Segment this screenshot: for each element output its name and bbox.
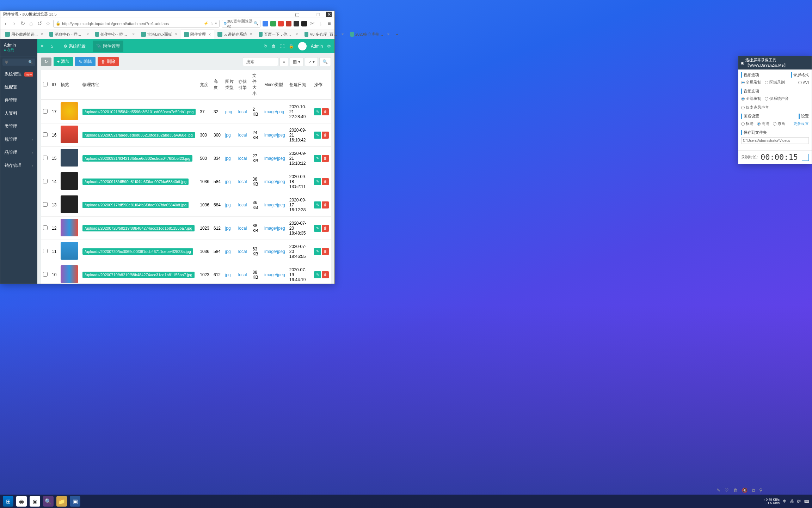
download-icon[interactable]: ↓ <box>318 20 324 27</box>
minimize-icon[interactable]: — <box>305 12 310 17</box>
search-icon[interactable]: 🔍 <box>254 21 259 26</box>
expand-icon[interactable]: ⛶ <box>280 44 284 49</box>
path-badge[interactable]: /uploads/20200917/df590e81f04fa6f0fae907… <box>82 202 189 208</box>
topbar-系统配置[interactable]: ⚙ 系统配置 <box>60 41 89 52</box>
sidebar-item[interactable]: 人资料 <box>0 107 37 120</box>
delete-row-button[interactable]: 🗑 <box>322 248 329 255</box>
sidebar-item[interactable]: 件管理 <box>0 94 37 107</box>
column-header[interactable]: 预览 <box>59 70 80 100</box>
row-checkbox[interactable] <box>43 249 48 253</box>
browser-tab[interactable]: 消息中心 - 哔哩哔哩...× <box>46 30 92 39</box>
avatar[interactable] <box>298 42 307 50</box>
back-icon[interactable]: ‹ <box>2 20 9 27</box>
record-button[interactable] <box>802 154 809 161</box>
ext-icon[interactable] <box>270 21 276 26</box>
column-header[interactable]: Mime类型 <box>262 70 287 100</box>
delete-row-button[interactable]: 🗑 <box>322 271 329 278</box>
type-link[interactable]: jpg <box>225 202 231 207</box>
column-header[interactable]: 物理路径 <box>80 70 198 100</box>
tray-icon[interactable]: ⌨ <box>804 500 809 503</box>
column-header[interactable]: 图片类型 <box>223 70 236 100</box>
browser-tab[interactable]: 宝塔Linux面板× <box>138 30 180 39</box>
thumbnail[interactable] <box>61 265 78 283</box>
mime-link[interactable]: image/jpeg <box>264 133 285 138</box>
ext-icon[interactable] <box>263 21 268 26</box>
ime-icon[interactable]: 拼 <box>797 499 801 504</box>
close-icon[interactable]: × <box>250 32 252 37</box>
start-button[interactable]: ⊞ <box>3 496 13 507</box>
opt-orig[interactable]: 原画 <box>773 121 785 126</box>
opt-sd[interactable]: 标清 <box>741 121 753 126</box>
opt-avi[interactable]: AVI <box>798 80 809 85</box>
close-icon[interactable]: × <box>41 32 43 37</box>
storage-link[interactable]: local <box>238 226 247 231</box>
delete-row-button[interactable]: 🗑 <box>322 132 329 139</box>
more-settings-link[interactable]: 更多设置 <box>793 121 809 126</box>
sidebar-item[interactable]: 品管理‹ <box>0 146 37 159</box>
close-icon[interactable]: × <box>387 32 390 37</box>
mime-link[interactable]: image/png <box>264 109 284 114</box>
delete-row-button[interactable]: 🗑 <box>322 178 329 185</box>
path-badge[interactable]: /uploads/20200918/df590e81f04fa6f0fae907… <box>82 179 189 185</box>
browser-tab[interactable]: 附件管理× <box>181 30 214 39</box>
ext-icon[interactable] <box>286 21 291 26</box>
close-icon[interactable]: ✕ <box>326 12 332 17</box>
footer-icon[interactable]: ⚲ <box>759 488 763 493</box>
chrome-icon[interactable]: ◉ <box>30 496 40 507</box>
star-icon[interactable]: ☆ <box>45 20 51 27</box>
view-grid-button[interactable]: ▦ ▾ <box>290 57 303 66</box>
star-icon[interactable]: ☆ <box>210 21 214 26</box>
close-icon[interactable]: × <box>209 32 211 37</box>
path-badge[interactable]: /uploads/20200921/634213f55ce6d302ec5da0… <box>82 155 192 162</box>
footer-icon[interactable]: 🔇 <box>742 488 748 493</box>
maximize-icon[interactable]: □ <box>315 12 321 17</box>
type-link[interactable]: jpg <box>225 179 231 184</box>
refresh-icon[interactable]: ↻ <box>264 44 267 49</box>
column-header[interactable]: 存储引擎 <box>236 70 251 100</box>
close-icon[interactable]: × <box>86 32 89 37</box>
search-button[interactable]: 🔍 <box>319 57 331 66</box>
edit-row-button[interactable]: ✎ <box>314 248 321 255</box>
home-icon[interactable]: ⌂ <box>28 20 34 27</box>
type-link[interactable]: png <box>225 109 232 114</box>
add-button[interactable]: + 添加 <box>54 57 73 66</box>
mime-link[interactable]: image/jpeg <box>264 249 285 254</box>
new-tab[interactable]: + <box>393 30 401 39</box>
select-all[interactable] <box>43 82 48 86</box>
row-checkbox[interactable] <box>43 109 48 114</box>
opt-sys-audio[interactable]: 仅系统声音 <box>765 96 789 101</box>
storage-link[interactable]: local <box>238 202 247 207</box>
close-icon[interactable]: × <box>175 32 177 37</box>
ime-icon[interactable]: 中 <box>783 499 787 504</box>
path-badge[interactable]: /uploads/20200921/aaee6eded836210fcd182a… <box>82 132 195 138</box>
topbar-附件管理[interactable]: 📎 附件管理 <box>93 41 123 52</box>
delete-row-button[interactable]: 🗑 <box>322 108 329 115</box>
column-header[interactable] <box>41 70 50 100</box>
topbar-home[interactable]: ⌂ <box>47 41 56 52</box>
flash-icon[interactable]: ⚡ <box>204 21 209 26</box>
type-link[interactable]: jpg <box>225 156 231 161</box>
thumbnail[interactable] <box>61 172 78 190</box>
explorer-icon[interactable]: 📁 <box>56 496 67 507</box>
edit-button[interactable]: ✎ 编辑 <box>75 57 96 66</box>
footer-icon[interactable]: 🗑 <box>733 488 738 493</box>
edit-row-button[interactable]: ✎ <box>314 225 321 232</box>
dropdown-icon[interactable]: ▾ <box>215 21 217 26</box>
thumbnail[interactable] <box>61 102 78 120</box>
view-list-button[interactable]: ≡ <box>279 57 288 66</box>
column-header[interactable]: 文件大小 <box>250 70 262 100</box>
edit-row-button[interactable]: ✎ <box>314 132 321 139</box>
row-checkbox[interactable] <box>43 202 48 207</box>
path-badge[interactable]: /uploads/20200719/b8219f88b484274acc31cd… <box>82 272 194 278</box>
column-header[interactable]: 创建日期 <box>287 70 312 100</box>
opt-fullscreen[interactable]: 全屏录制 <box>741 80 761 85</box>
mime-link[interactable]: image/jpeg <box>264 179 285 184</box>
ext-icon[interactable] <box>294 21 299 26</box>
row-checkbox[interactable] <box>43 179 48 183</box>
delete-row-button[interactable]: 🗑 <box>322 155 329 162</box>
footer-icon[interactable]: ✎ <box>716 488 720 493</box>
sidebar-item[interactable]: 规管理‹ <box>0 133 37 146</box>
type-link[interactable]: jpg <box>225 133 231 138</box>
chrome-icon[interactable]: ◉ <box>16 496 27 507</box>
browser-tab[interactable]: 用心做差简选...× <box>2 30 46 39</box>
